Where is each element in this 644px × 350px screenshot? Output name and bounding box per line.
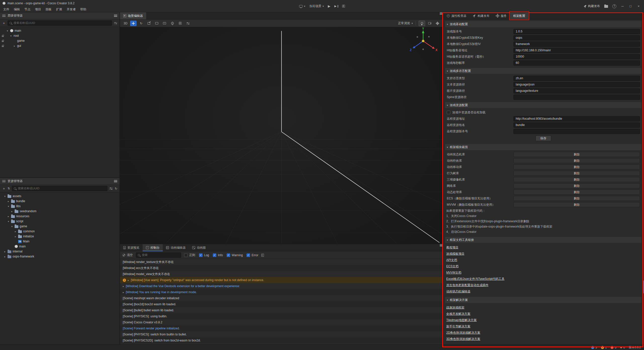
- property-input[interactable]: 1.0.5: [513, 29, 640, 34]
- save-button[interactable]: 保存: [536, 136, 551, 141]
- delete-button[interactable]: 删除: [513, 164, 640, 169]
- scene-light-toggle[interactable]: [419, 21, 425, 26]
- tree-node[interactable]: main: [0, 244, 119, 249]
- section-header[interactable]: ▾游戏多语言配置: [445, 68, 641, 74]
- tree-node[interactable]: ▸resources: [0, 214, 119, 219]
- delete-button[interactable]: 删除: [513, 152, 640, 157]
- expand-arrow[interactable]: ▸: [7, 215, 10, 218]
- doc-link[interactable]: 战旗游戏框架: [446, 305, 464, 310]
- filter-warning[interactable]: ✓Warning: [227, 253, 243, 257]
- section-header[interactable]: ▾游戏资源配置: [445, 102, 641, 108]
- orientation-gizmo[interactable]: Y X Z: [407, 28, 439, 55]
- tree-node[interactable]: ▾main: [0, 28, 119, 33]
- doc-link[interactable]: 游戏模板项目: [446, 252, 464, 256]
- minimize-button[interactable]: ─: [621, 4, 624, 8]
- delete-button[interactable]: 删除: [513, 177, 640, 182]
- preview-layout-button[interactable]: [342, 5, 345, 8]
- log-row[interactable]: [Scene] [PHYSICS]: using builtin.: [120, 313, 443, 319]
- device-select[interactable]: ▾: [299, 5, 305, 8]
- close-button[interactable]: ×: [637, 4, 640, 8]
- console-search-input[interactable]: 搜索: [136, 252, 181, 258]
- property-input[interactable]: framework: [513, 41, 640, 47]
- pivot-space-toggle[interactable]: [169, 21, 176, 26]
- log-row[interactable]: ▸[Window] You are running Vue in develop…: [120, 289, 443, 295]
- panel-menu-icon[interactable]: [114, 180, 117, 182]
- section-header[interactable]: ▾框架模块裁剪: [445, 144, 641, 150]
- tab-animation-graph[interactable]: 动画图: [189, 244, 209, 251]
- expand-arrow[interactable]: ▾: [4, 195, 6, 198]
- doc-link[interactable]: 3D角色扮演游戏解决方案: [446, 337, 480, 341]
- doc-link[interactable]: 原生包热更新配置自动生成插件: [446, 283, 489, 287]
- doc-link[interactable]: 教程项目: [446, 245, 458, 250]
- package-count[interactable]: ◆ 0: [620, 346, 625, 349]
- section-header[interactable]: ▾框架文档工具链接: [445, 237, 641, 243]
- log-row[interactable]: [Window] ecs文件夹不存在: [120, 265, 443, 271]
- rect-tool[interactable]: [153, 21, 160, 26]
- property-input[interactable]: http://localhost:8083/assets/bundle: [513, 116, 640, 121]
- scene-settings-button[interactable]: [434, 21, 441, 26]
- expand-arrow[interactable]: ▸: [14, 235, 17, 238]
- delete-button[interactable]: 删除: [513, 183, 640, 188]
- create-asset-button[interactable]: +: [2, 187, 6, 191]
- menu-item[interactable]: 文件: [1, 7, 12, 12]
- maximize-button[interactable]: □: [629, 4, 632, 8]
- scene-camera-button[interactable]: [426, 21, 433, 26]
- log-row[interactable]: [Scene] [PHYSICS]: switch from builtin t…: [120, 331, 443, 337]
- menu-item[interactable]: 项目: [33, 7, 43, 12]
- scrollbar-thumb[interactable]: [642, 280, 644, 293]
- checkbox[interactable]: ✓: [213, 253, 216, 257]
- tab-build-publish[interactable]: 构建发布: [470, 12, 493, 19]
- tree-node[interactable]: ▸internal: [0, 249, 119, 254]
- build-publish-button[interactable]: 构建发布: [584, 4, 600, 8]
- delete-button[interactable]: 删除: [513, 190, 640, 195]
- log-row[interactable]: [Scene] Cocos Creator v3.8.2: [120, 319, 443, 325]
- doc-link[interactable]: Excel格式转Json文件与TypeScript代码工具: [446, 277, 504, 281]
- tree-node[interactable]: ▸gui: [0, 43, 119, 48]
- collapse-logs-icon[interactable]: [261, 254, 264, 257]
- expand-arrow[interactable]: ▾: [7, 205, 10, 208]
- expand-arrow[interactable]: ▸: [4, 255, 6, 258]
- rotate-tool[interactable]: ↻: [138, 21, 144, 26]
- snap-settings-button[interactable]: [185, 21, 191, 26]
- help-icon[interactable]: ?: [612, 4, 616, 8]
- property-input[interactable]: 10000: [513, 54, 640, 59]
- doc-link[interactable]: 全栈开发解决方案: [446, 312, 470, 316]
- expand-arrow[interactable]: ▸: [123, 291, 124, 294]
- tab-console[interactable]: 控制台: [143, 244, 163, 251]
- property-input[interactable]: 60: [513, 60, 640, 66]
- log-row[interactable]: !▸[Window] [Vue warn]: Property "onInput…: [120, 277, 443, 283]
- tab-framework-config[interactable]: 框架配置: [510, 12, 529, 19]
- tab-scene-editor[interactable]: 场景编辑器: [120, 12, 146, 19]
- expand-arrow[interactable]: ▾: [6, 29, 9, 32]
- tree-node[interactable]: ▾script: [0, 219, 119, 224]
- property-input[interactable]: zh,en: [513, 76, 640, 81]
- log-row[interactable]: [Window] model_view文件夹不存在: [120, 271, 443, 277]
- tree-node[interactable]: ▾libs: [0, 204, 119, 209]
- log-row[interactable]: [Scene] meshopt wasm decoder initialized: [120, 295, 443, 301]
- open-project-folder-icon[interactable]: [604, 5, 608, 8]
- transform-gizmo-tool[interactable]: [161, 21, 168, 26]
- log-row[interactable]: [Scene] [PHYSICS2D]: switch from box2d-w…: [120, 337, 443, 343]
- menu-item[interactable]: 帮助: [78, 7, 89, 12]
- clear-console-button[interactable]: 清空: [123, 253, 133, 257]
- property-input[interactable]: language/texture: [513, 88, 640, 94]
- panel-menu-icon[interactable]: [440, 12, 443, 15]
- tree-node[interactable]: ▸initialize: [0, 234, 119, 239]
- expand-arrow[interactable]: ▸: [11, 210, 13, 213]
- panel-menu-icon[interactable]: [440, 244, 443, 246]
- tab-property-inspector[interactable]: 属性检查器: [444, 12, 470, 19]
- tab-service[interactable]: 服务: [493, 12, 510, 19]
- assets-search-input[interactable]: 搜索名称或UUID: [12, 186, 107, 191]
- hierarchy-search-input[interactable]: 搜索名称或UUID: [8, 20, 112, 26]
- filter-error[interactable]: ✓Error: [247, 253, 258, 257]
- log-row[interactable]: [Scene] [bullet]:bullet wasm lib loaded.: [120, 307, 443, 313]
- checkbox[interactable]: ✓: [199, 253, 203, 257]
- property-input[interactable]: [513, 129, 640, 134]
- menu-item[interactable]: 面板: [43, 7, 54, 12]
- expand-arrow[interactable]: ▾: [10, 34, 12, 37]
- property-input[interactable]: oops: [513, 35, 640, 40]
- doc-link[interactable]: MVVM文档: [446, 271, 461, 275]
- expand-arrow[interactable]: ▸: [128, 279, 129, 282]
- scene-select[interactable]: 当前场景 ▾: [309, 4, 324, 8]
- checkbox[interactable]: [447, 111, 450, 114]
